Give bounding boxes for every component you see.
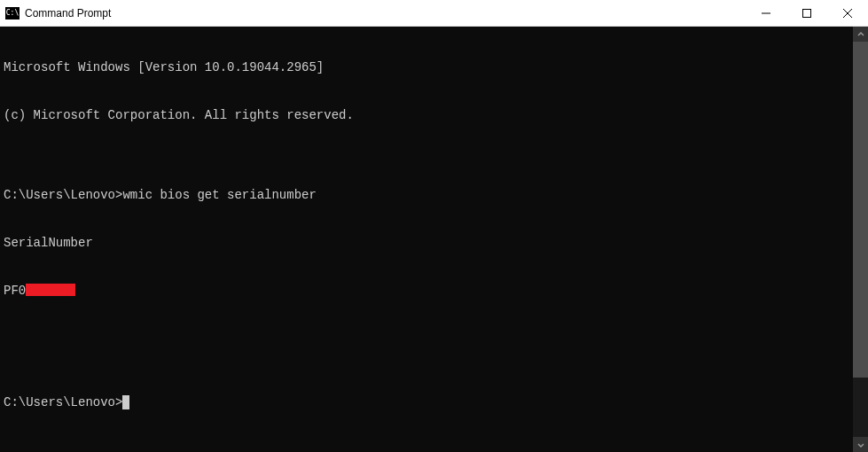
terminal-output[interactable]: Microsoft Windows [Version 10.0.19044.29… bbox=[0, 27, 853, 452]
cursor bbox=[122, 395, 129, 409]
window-controls bbox=[746, 0, 868, 26]
output-header: SerialNumber bbox=[4, 235, 849, 251]
output-serial: PF0 bbox=[4, 283, 849, 299]
prompt-command: wmic bios get serialnumber bbox=[122, 188, 316, 202]
close-icon bbox=[843, 9, 852, 18]
titlebar-left: C:\ Command Prompt bbox=[5, 7, 111, 19]
chevron-up-icon bbox=[857, 31, 864, 38]
close-button[interactable] bbox=[827, 0, 868, 26]
maximize-icon bbox=[802, 9, 811, 18]
minimize-button[interactable] bbox=[746, 0, 786, 26]
window-title: Command Prompt bbox=[25, 7, 111, 19]
scroll-thumb[interactable] bbox=[853, 42, 868, 378]
redaction-block bbox=[26, 284, 75, 296]
version-line: Microsoft Windows [Version 10.0.19044.29… bbox=[4, 59, 849, 75]
command-line-1: C:\Users\Lenovo>wmic bios get serialnumb… bbox=[4, 187, 849, 203]
terminal-wrapper: Microsoft Windows [Version 10.0.19044.29… bbox=[0, 27, 868, 452]
svg-rect-1 bbox=[803, 9, 811, 17]
command-line-2: C:\Users\Lenovo> bbox=[4, 394, 849, 410]
copyright-line: (c) Microsoft Corporation. All rights re… bbox=[4, 107, 849, 123]
minimize-icon bbox=[762, 9, 770, 18]
scroll-down-button[interactable] bbox=[853, 437, 868, 452]
prompt-path: C:\Users\Lenovo> bbox=[4, 395, 122, 409]
cmd-icon: C:\ bbox=[5, 7, 20, 19]
prompt-path: C:\Users\Lenovo> bbox=[4, 188, 122, 202]
serial-prefix: PF0 bbox=[4, 284, 26, 298]
chevron-down-icon bbox=[857, 441, 864, 448]
window-titlebar: C:\ Command Prompt bbox=[0, 0, 868, 27]
vertical-scrollbar[interactable] bbox=[853, 27, 868, 452]
scroll-track[interactable] bbox=[853, 42, 868, 437]
scroll-up-button[interactable] bbox=[853, 27, 868, 42]
maximize-button[interactable] bbox=[786, 0, 827, 26]
